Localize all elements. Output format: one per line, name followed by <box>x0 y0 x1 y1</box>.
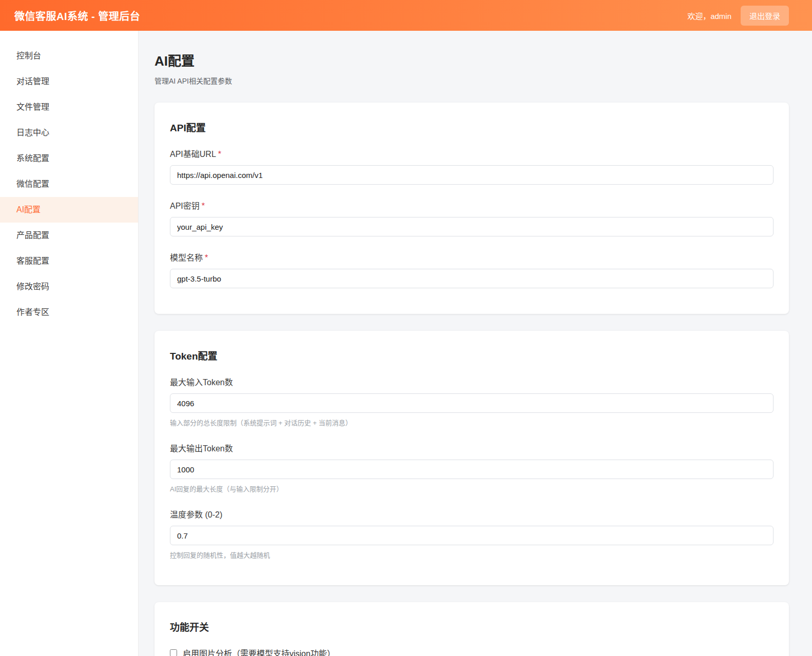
model-name-input[interactable] <box>170 269 774 288</box>
temperature-label: 温度参数 (0-2) <box>170 508 774 520</box>
api-config-card: API配置 API基础URL* API密钥* 模型名称* <box>154 103 789 314</box>
api-key-group: API密钥* <box>170 199 774 236</box>
api-key-input[interactable] <box>170 217 774 236</box>
max-output-tokens-hint: AI回复的最大长度（与输入限制分开） <box>170 484 774 493</box>
max-input-tokens-group: 最大输入Token数 输入部分的总长度限制（系统提示词 + 对话历史 + 当前消… <box>170 375 774 427</box>
required-mark: * <box>218 150 221 158</box>
sidebar-item-logs[interactable]: 日志中心 <box>0 120 138 146</box>
sidebar-item-ai-config[interactable]: AI配置 <box>0 197 138 223</box>
sidebar-item-service-config[interactable]: 客服配置 <box>0 248 138 274</box>
enable-image-analysis-label: 启用图片分析（需要模型支持vision功能） <box>183 647 335 656</box>
api-base-url-input[interactable] <box>170 165 774 185</box>
max-output-tokens-group: 最大输出Token数 AI回复的最大长度（与输入限制分开） <box>170 442 774 493</box>
sidebar-item-files[interactable]: 文件管理 <box>0 94 138 120</box>
sidebar-item-system-config[interactable]: 系统配置 <box>0 146 138 171</box>
api-config-card-title: API配置 <box>170 120 774 134</box>
token-config-card-title: Token配置 <box>170 348 774 362</box>
sidebar-item-change-password[interactable]: 修改密码 <box>0 274 138 300</box>
sidebar-item-author-zone[interactable]: 作者专区 <box>0 300 138 325</box>
logout-button[interactable]: 退出登录 <box>741 6 789 26</box>
main-content: AI配置 管理AI API相关配置参数 API配置 API基础URL* API密… <box>139 31 812 656</box>
model-name-label-text: 模型名称 <box>170 253 203 262</box>
temperature-input[interactable] <box>170 526 774 545</box>
max-output-tokens-label: 最大输出Token数 <box>170 442 774 454</box>
feature-switches-card: 功能开关 启用图片分析（需要模型支持vision功能） 启用视频分析（需要模型支… <box>154 602 789 656</box>
header-right: 欢迎，admin 退出登录 <box>687 6 789 26</box>
welcome-text: 欢迎，admin <box>687 10 731 21</box>
api-base-url-label: API基础URL* <box>170 147 774 160</box>
layout: 控制台 对话管理 文件管理 日志中心 系统配置 微信配置 AI配置 产品配置 客… <box>0 31 812 656</box>
required-mark: * <box>205 253 208 262</box>
api-key-label-text: API密钥 <box>170 202 200 210</box>
api-base-url-group: API基础URL* <box>170 147 774 185</box>
sidebar: 控制台 对话管理 文件管理 日志中心 系统配置 微信配置 AI配置 产品配置 客… <box>0 31 139 656</box>
model-name-group: 模型名称* <box>170 251 774 288</box>
enable-image-analysis-row: 启用图片分析（需要模型支持vision功能） <box>170 647 774 656</box>
max-input-tokens-label: 最大输入Token数 <box>170 375 774 388</box>
sidebar-item-dashboard[interactable]: 控制台 <box>0 43 138 69</box>
max-input-tokens-hint: 输入部分的总长度限制（系统提示词 + 对话历史 + 当前消息） <box>170 418 774 427</box>
api-base-url-label-text: API基础URL <box>170 150 216 158</box>
app-title: 微信客服AI系统 - 管理后台 <box>14 8 140 23</box>
temperature-group: 温度参数 (0-2) 控制回复的随机性，值越大越随机 <box>170 508 774 560</box>
sidebar-item-conversations[interactable]: 对话管理 <box>0 69 138 94</box>
page-title: AI配置 <box>154 50 789 69</box>
temperature-hint: 控制回复的随机性，值越大越随机 <box>170 550 774 560</box>
sidebar-item-product-config[interactable]: 产品配置 <box>0 223 138 248</box>
max-input-tokens-input[interactable] <box>170 393 774 413</box>
api-key-label: API密钥* <box>170 199 774 211</box>
max-output-tokens-input[interactable] <box>170 460 774 479</box>
page-subtitle: 管理AI API相关配置参数 <box>154 75 789 86</box>
token-config-card: Token配置 最大输入Token数 输入部分的总长度限制（系统提示词 + 对话… <box>154 331 789 585</box>
sidebar-item-wechat-config[interactable]: 微信配置 <box>0 171 138 197</box>
required-mark: * <box>202 202 205 210</box>
model-name-label: 模型名称* <box>170 251 774 263</box>
enable-image-analysis-checkbox[interactable] <box>170 649 177 656</box>
feature-switches-card-title: 功能开关 <box>170 620 774 633</box>
app-header: 微信客服AI系统 - 管理后台 欢迎，admin 退出登录 <box>0 0 812 31</box>
